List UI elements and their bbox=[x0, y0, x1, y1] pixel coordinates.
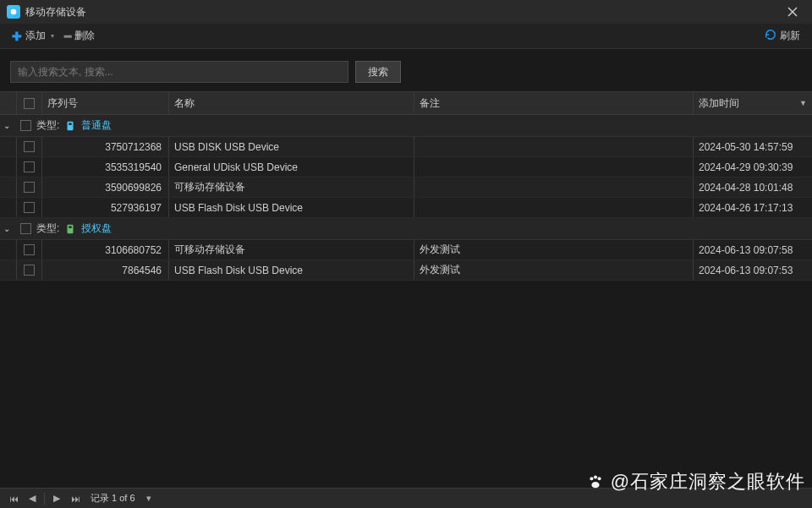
row-checkbox[interactable] bbox=[24, 141, 35, 152]
col-check-header[interactable] bbox=[17, 92, 42, 114]
svg-point-0 bbox=[11, 9, 17, 15]
svg-rect-4 bbox=[69, 123, 73, 124]
window-title: 移动存储设备 bbox=[25, 5, 86, 19]
pager-prev[interactable]: ◀ bbox=[24, 491, 41, 506]
table-header: 序列号 名称 备注 添加时间 ▼ bbox=[0, 91, 812, 115]
refresh-icon bbox=[765, 29, 776, 43]
cell-note bbox=[414, 137, 694, 156]
group-value: 授权盘 bbox=[81, 221, 112, 236]
search-bar: 搜索 bbox=[0, 49, 812, 91]
search-input[interactable] bbox=[10, 61, 348, 83]
group-label: 类型: bbox=[36, 118, 59, 133]
pager-first[interactable]: ⏮ bbox=[5, 491, 22, 506]
cell-serial: 3535319540 bbox=[42, 157, 169, 177]
chevron-down-icon: ⌄ bbox=[3, 224, 15, 233]
search-button[interactable]: 搜索 bbox=[355, 61, 401, 83]
table-row[interactable]: 527936197USB Flash Disk USB Device2024-0… bbox=[0, 198, 812, 218]
pager-more[interactable]: ▾ bbox=[140, 491, 157, 506]
add-button[interactable]: ✚ 添加 ▾ bbox=[8, 26, 58, 46]
pager-sep bbox=[44, 493, 45, 505]
cell-serial: 3750712368 bbox=[42, 137, 169, 156]
col-time-header[interactable]: 添加时间 ▼ bbox=[694, 92, 812, 114]
cell-name: USB Flash Disk USB Device bbox=[169, 260, 414, 280]
cell-note: 外发测试 bbox=[414, 240, 694, 259]
cell-note bbox=[414, 178, 694, 197]
cell-name: USB DISK USB Device bbox=[169, 137, 414, 156]
table-row[interactable]: 3750712368USB DISK USB Device2024-05-30 … bbox=[0, 137, 812, 157]
cell-time: 2024-04-29 09:30:39 bbox=[694, 157, 812, 177]
device-table: 序列号 名称 备注 添加时间 ▼ ⌄类型:普通盘3750712368USB DI… bbox=[0, 91, 812, 281]
row-checkbox[interactable] bbox=[24, 265, 35, 276]
col-name-header[interactable]: 名称 bbox=[169, 92, 414, 114]
pager-next[interactable]: ▶ bbox=[48, 491, 65, 506]
toolbar-left: ✚ 添加 ▾ ━ 删除 bbox=[8, 26, 98, 46]
dropdown-arrow-icon: ▾ bbox=[51, 32, 54, 40]
paw-icon bbox=[585, 472, 606, 492]
watermark-text: @石家庄洞察之眼软件 bbox=[611, 469, 805, 494]
cell-time: 2024-06-13 09:07:53 bbox=[694, 260, 812, 280]
cell-name: General UDisk USB Device bbox=[169, 157, 414, 177]
cell-note bbox=[414, 198, 694, 217]
refresh-label: 刷新 bbox=[780, 29, 800, 43]
cell-serial: 3590699826 bbox=[42, 178, 169, 197]
chevron-down-icon: ⌄ bbox=[3, 121, 15, 130]
cell-name: 可移动存储设备 bbox=[169, 240, 414, 259]
titlebar-left: 移动存储设备 bbox=[7, 5, 86, 19]
cell-name: USB Flash Disk USB Device bbox=[169, 198, 414, 217]
app-icon bbox=[7, 5, 20, 19]
cell-note: 外发测试 bbox=[414, 260, 694, 280]
table-row[interactable]: 7864546USB Flash Disk USB Device外发测试2024… bbox=[0, 260, 812, 281]
cell-serial: 3106680752 bbox=[42, 240, 169, 259]
svg-point-10 bbox=[591, 482, 599, 488]
row-checkbox[interactable] bbox=[24, 244, 35, 255]
record-text: 记录 1 of 6 bbox=[91, 492, 135, 505]
sort-desc-icon: ▼ bbox=[799, 99, 807, 107]
close-button[interactable] bbox=[780, 0, 805, 24]
toolbar: ✚ 添加 ▾ ━ 删除 刷新 bbox=[0, 24, 812, 49]
cell-time: 2024-05-30 14:57:59 bbox=[694, 137, 812, 156]
group-checkbox[interactable] bbox=[20, 223, 31, 234]
table-row[interactable]: 3590699826可移动存储设备2024-04-28 10:01:48 bbox=[0, 178, 812, 198]
cell-serial: 527936197 bbox=[42, 198, 169, 217]
cell-serial: 7864546 bbox=[42, 260, 169, 280]
pager-last[interactable]: ⏭ bbox=[67, 491, 84, 506]
minus-icon: ━ bbox=[64, 30, 71, 43]
group-header[interactable]: ⌄类型:普通盘 bbox=[0, 115, 812, 137]
delete-button[interactable]: ━ 删除 bbox=[61, 26, 98, 46]
row-checkbox[interactable] bbox=[24, 182, 35, 193]
col-serial-header[interactable]: 序列号 bbox=[42, 92, 169, 114]
add-label: 添加 bbox=[25, 29, 46, 43]
row-checkbox[interactable] bbox=[24, 202, 35, 213]
plus-icon: ✚ bbox=[12, 30, 22, 43]
col-expand bbox=[0, 92, 17, 114]
disk-type-icon bbox=[64, 223, 76, 235]
svg-point-8 bbox=[594, 475, 597, 478]
group-value: 普通盘 bbox=[81, 118, 112, 133]
cell-time: 2024-06-13 09:07:58 bbox=[694, 240, 812, 259]
cell-time: 2024-04-28 10:01:48 bbox=[694, 178, 812, 197]
group-label: 类型: bbox=[36, 221, 59, 236]
svg-rect-3 bbox=[68, 121, 74, 130]
table-row[interactable]: 3535319540General UDisk USB Device2024-0… bbox=[0, 157, 812, 178]
svg-point-7 bbox=[590, 477, 593, 480]
group-header[interactable]: ⌄类型:授权盘 bbox=[0, 218, 812, 240]
cell-time: 2024-04-26 17:17:13 bbox=[694, 198, 812, 217]
disk-type-icon bbox=[64, 120, 76, 132]
refresh-button[interactable]: 刷新 bbox=[761, 26, 804, 46]
table-body: ⌄类型:普通盘3750712368USB DISK USB Device2024… bbox=[0, 115, 812, 281]
table-row[interactable]: 3106680752可移动存储设备外发测试2024-06-13 09:07:58 bbox=[0, 240, 812, 260]
delete-label: 删除 bbox=[74, 29, 95, 43]
group-checkbox[interactable] bbox=[20, 120, 31, 131]
svg-rect-6 bbox=[69, 226, 73, 227]
svg-rect-5 bbox=[68, 224, 74, 233]
row-checkbox[interactable] bbox=[24, 161, 35, 172]
cell-note bbox=[414, 157, 694, 177]
col-note-header[interactable]: 备注 bbox=[414, 92, 694, 114]
watermark: @石家庄洞察之眼软件 bbox=[585, 469, 805, 494]
checkbox-all[interactable] bbox=[24, 98, 35, 109]
titlebar: 移动存储设备 bbox=[0, 0, 812, 24]
cell-name: 可移动存储设备 bbox=[169, 178, 414, 197]
svg-point-9 bbox=[597, 477, 601, 480]
